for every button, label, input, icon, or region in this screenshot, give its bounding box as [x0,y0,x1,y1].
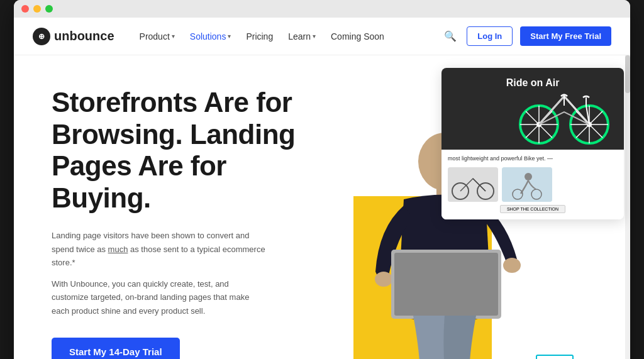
hero-section: Storefronts Are for Browsing. Landing Pa… [14,55,630,359]
hero-yellow-bg [353,196,492,359]
svg-point-3 [503,258,521,273]
navbar: ⊕ unbounce Product ▾ Solutions ▾ Pricing… [14,18,630,55]
browser-content: ⊕ unbounce Product ▾ Solutions ▾ Pricing… [14,18,630,359]
search-icon: 🔍 [444,31,457,41]
nav-right: 🔍 Log In Start My Free Trial [441,26,611,46]
browser-window: ⊕ unbounce Product ▾ Solutions ▾ Pricing… [14,0,630,359]
hero-subtext-2: With Unbounce, you can quickly create, t… [52,277,265,318]
bike-illustration [514,77,614,146]
hero-subtext-1: Landing page visitors have been shown to… [52,229,265,269]
nav-item-product[interactable]: Product ▾ [133,28,181,45]
title-bar [14,0,630,18]
card-desc: most lightweight and powerful Bike yet. … [448,155,618,163]
nav-item-pricing[interactable]: Pricing [240,28,279,45]
scrollbar-thumb[interactable] [625,55,630,93]
chevron-down-icon: ▾ [172,33,175,40]
scrollbar[interactable] [625,55,630,359]
shop-collection-button[interactable]: SHOP THE COLLECTION [500,205,565,213]
nav-item-learn[interactable]: Learn ▾ [282,28,322,45]
logo-icon: ⊕ [33,28,50,45]
close-button[interactable] [21,5,29,13]
nav-item-solutions[interactable]: Solutions ▾ [184,28,238,45]
card-thumbnail-2 [502,167,552,202]
maximize-button[interactable] [45,5,53,13]
card-thumbnail-1 [448,167,498,202]
chevron-down-icon: ▾ [313,33,316,40]
card-thumbnails [448,167,618,202]
free-trial-button[interactable]: Start My Free Trial [520,26,611,46]
landing-page-card: Ride on Air [441,68,624,219]
card-dark-section: Ride on Air [441,68,624,150]
card-light-section: most lightweight and powerful Bike yet. … [441,150,624,219]
teal-highlight-rect [536,355,574,359]
hero-cta-button[interactable]: Start My 14-Day Trial [52,338,180,359]
hero-headline: Storefronts Are for Browsing. Landing Pa… [52,87,297,214]
logo[interactable]: ⊕ unbounce [33,28,114,45]
login-button[interactable]: Log In [467,26,513,46]
hero-right: Ride on Air [322,55,630,359]
hero-left: Storefronts Are for Browsing. Landing Pa… [14,55,322,359]
minimize-button[interactable] [33,5,41,13]
chevron-down-icon: ▾ [228,33,231,40]
hero-subtext-underline: much [108,245,128,254]
search-button[interactable]: 🔍 [441,28,459,45]
nav-links: Product ▾ Solutions ▾ Pricing Learn ▾ Co… [133,28,442,45]
nav-item-coming-soon[interactable]: Coming Soon [325,28,391,45]
svg-point-26 [525,173,532,180]
logo-text: unbounce [54,29,114,43]
